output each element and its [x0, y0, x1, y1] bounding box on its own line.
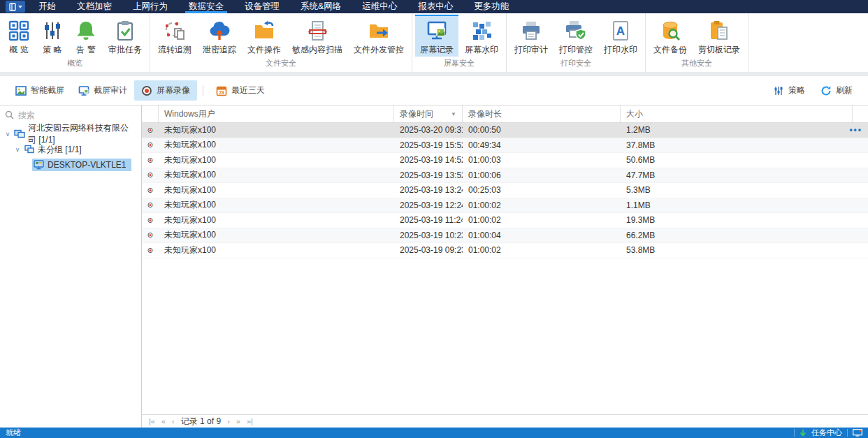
duration-cell: 01:00:03 [463, 155, 621, 165]
table-row[interactable]: 未知玩家x1002025-03-19 11:24:0001:00:0219.3M… [142, 213, 868, 228]
ribbon-button-policy[interactable]: 策 略 [36, 15, 68, 57]
sort-arrow-icon[interactable]: ▼ [447, 111, 456, 117]
table-body: 未知玩家x1002025-03-20 09:31:1200:00:501.2MB… [142, 123, 868, 414]
policy-button[interactable]: 策略 [766, 80, 812, 101]
org-icon [14, 129, 25, 139]
ribbon-button-sensitive-scan[interactable]: 敏感内容扫描 [287, 15, 347, 57]
ribbon-group-overview: 概 览 策 略 告 警 审批任务 概览 [0, 13, 150, 72]
record-dot-icon [147, 231, 153, 240]
menu-item-start[interactable]: 开始 [28, 0, 66, 13]
menu-item-more-features[interactable]: 更多功能 [463, 0, 519, 13]
page-last-icon[interactable]: »| [247, 418, 253, 425]
record-dot-icon [147, 170, 153, 180]
refresh-button[interactable]: 刷新 [813, 80, 860, 101]
table-row[interactable]: 未知玩家x1002025-03-19 09:23:5301:00:0253.8M… [142, 243, 868, 258]
page-fast-forward-icon[interactable]: » [236, 418, 240, 425]
screen-watermark-icon [470, 20, 493, 42]
ribbon-button-overview[interactable]: 概 览 [3, 15, 35, 57]
column-header-icon[interactable] [142, 105, 159, 122]
column-header-windows-user[interactable]: Windows用户 [159, 105, 394, 122]
screen-status-icon[interactable] [853, 429, 862, 437]
record-icon-cell [142, 140, 159, 149]
group-icon [24, 145, 35, 154]
ribbon-button-flow-trace[interactable]: 流转追溯 [153, 15, 196, 57]
ribbon-button-label: 打印管控 [559, 44, 593, 56]
size-cell: 37.8MB [621, 140, 853, 150]
row-actions-menu[interactable]: ••• [849, 123, 862, 138]
page-fast-back-icon[interactable]: « [161, 418, 166, 425]
status-right: 任务中心 [794, 428, 862, 438]
ribbon-button-clipboard-record[interactable]: 剪切板记录 [693, 15, 745, 57]
app-menu-button[interactable] [6, 1, 25, 13]
ribbon-button-file-backup[interactable]: 文件备份 [649, 15, 692, 57]
screenshot-audit-button[interactable]: 截屏审计 [71, 80, 134, 101]
ribbon-button-file-outgoing[interactable]: 文件外发管控 [349, 15, 409, 57]
search-input[interactable] [18, 110, 136, 120]
task-center-link[interactable]: 任务中心 [811, 428, 842, 438]
duration-cell: 00:25:03 [463, 185, 621, 195]
menu-item-system-network[interactable]: 系统&网络 [290, 0, 352, 13]
table-row[interactable]: 未知玩家x1002025-03-19 10:23:5601:00:0466.2M… [142, 228, 868, 244]
table-row[interactable]: 未知玩家x1002025-03-19 14:52:2401:00:0350.6M… [142, 153, 868, 168]
ribbon-button-print-audit[interactable]: 打印审计 [509, 15, 553, 57]
record-icon-cell [142, 246, 159, 255]
page-first-icon[interactable]: |« [149, 418, 155, 425]
column-label: 大小 [626, 108, 643, 120]
svg-text:A: A [616, 24, 625, 38]
page-prev-icon[interactable]: ‹ [172, 418, 175, 425]
menu-item-report-center[interactable]: 报表中心 [407, 0, 463, 13]
record-time-cell: 2025-03-19 13:52:17 [394, 170, 463, 180]
tree-expand-icon[interactable]: ∨ [13, 146, 22, 153]
column-header-duration[interactable]: 录像时长 [463, 105, 621, 122]
ribbon-button-screen-record[interactable]: 屏幕记录 [415, 15, 458, 57]
recent-3-days-button[interactable]: 23 最近三天 [209, 80, 272, 101]
screen-recording-button[interactable]: 屏幕录像 [134, 80, 197, 101]
table-row[interactable]: 未知玩家x1002025-03-19 13:52:1701:00:0647.7M… [142, 168, 868, 184]
button-label: 屏幕录像 [157, 85, 190, 96]
tree-item-company-node[interactable]: ∨河北安固云网络科技有限公司 [1/1] [0, 126, 141, 142]
ribbon-group-label: 其他安全 [646, 57, 748, 72]
ribbon-group-screen-security: 屏幕记录 屏幕水印 屏幕安全 [412, 13, 507, 72]
column-header-record-time[interactable]: 录像时间▼ [394, 105, 463, 122]
record-dot-icon [147, 246, 153, 255]
ribbon-button-screen-watermark[interactable]: 屏幕水印 [460, 15, 503, 57]
smart-screenshot-button[interactable]: 智能截屏 [8, 80, 71, 101]
table-row[interactable]: 未知玩家x1002025-03-19 15:52:2700:49:3437.8M… [142, 138, 868, 154]
sub-toolbar: 智能截屏 截屏审计 屏幕录像 23 最近三天 策略 刷新 [0, 76, 868, 105]
menu-item-doc-encryption[interactable]: 文档加密 [66, 0, 122, 13]
column-header-size[interactable]: 大小 [621, 105, 853, 122]
duration-cell: 01:00:06 [463, 170, 621, 180]
page-next-icon[interactable]: › [227, 418, 230, 425]
record-time-cell: 2025-03-20 09:31:12 [394, 125, 463, 135]
ribbon-button-label: 策 略 [43, 44, 62, 56]
ribbon-button-print-watermark[interactable]: A 打印水印 [599, 15, 642, 57]
table-row[interactable]: 未知玩家x1002025-03-19 12:24:0301:00:021.1MB [142, 198, 868, 214]
record-time-cell: 2025-03-19 10:23:56 [394, 231, 463, 240]
ribbon-button-alerts[interactable]: 告 警 [70, 15, 102, 57]
record-time-cell: 2025-03-19 11:24:00 [394, 215, 463, 225]
menu-item-internet-behavior[interactable]: 上网行为 [122, 0, 178, 13]
ribbon-button-print-control[interactable]: 打印管控 [554, 15, 598, 57]
table-row[interactable]: 未知玩家x1002025-03-20 09:31:1200:00:501.2MB… [142, 123, 868, 138]
ribbon-button-label: 屏幕记录 [420, 44, 454, 56]
record-dot-icon [147, 200, 153, 210]
duration-cell: 01:00:02 [463, 215, 621, 225]
ribbon-group-label: 文件安全 [150, 57, 412, 72]
menu-item-ops-center[interactable]: 运维中心 [352, 0, 407, 13]
tree-item-computer-node[interactable]: DESKTOP-VLKTLE1 [0, 157, 141, 173]
size-cell: 66.2MB [621, 231, 853, 240]
ribbon-button-leak-trace[interactable]: 泄密追踪 [198, 15, 241, 57]
size-cell: 19.3MB [621, 215, 853, 225]
ribbon-button-file-operations[interactable]: 文件操作 [243, 15, 286, 57]
record-dot-icon [147, 216, 153, 225]
file-operations-icon [253, 20, 275, 42]
menu-items: 开始文档加密上网行为数据安全设备管理系统&网络运维中心报表中心更多功能 [28, 0, 519, 13]
menu-item-device-management[interactable]: 设备管理 [234, 0, 290, 13]
menu-item-data-security[interactable]: 数据安全 [178, 0, 234, 13]
app-icon [9, 3, 17, 11]
ribbon-button-approval-tasks[interactable]: 审批任务 [103, 15, 147, 57]
search-icon [5, 110, 14, 119]
table-row[interactable]: 未知玩家x1002025-03-19 13:24:0500:25:035.3MB [142, 183, 868, 198]
device-tree: ∨河北安固云网络科技有限公司 [1/1]∨未分组 [1/1]DESKTOP-VL… [0, 124, 141, 173]
tree-expand-icon[interactable]: ∨ [3, 131, 13, 138]
